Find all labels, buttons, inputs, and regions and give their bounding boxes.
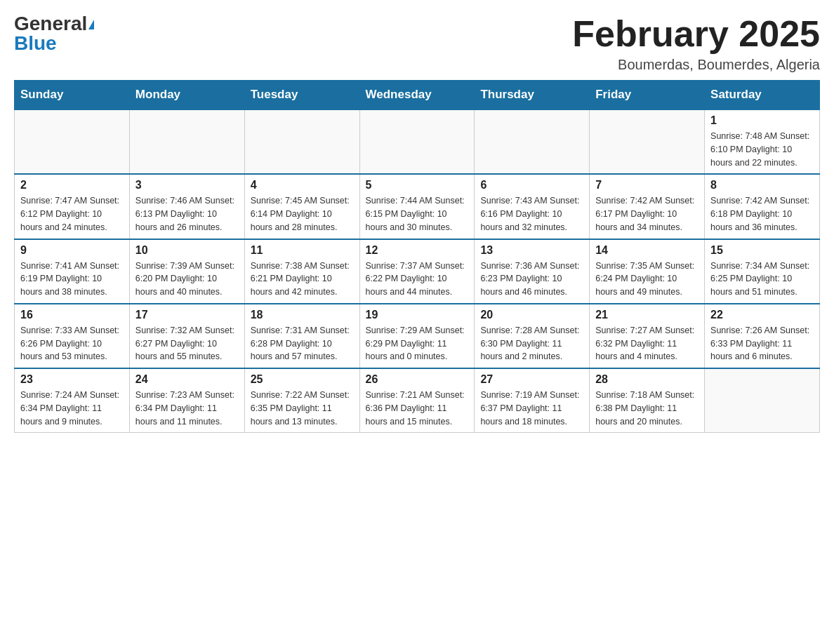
day-number: 4	[251, 179, 354, 192]
calendar-day-cell: 28Sunrise: 7:18 AM Sunset: 6:38 PM Dayli…	[590, 368, 705, 433]
calendar-table: SundayMondayTuesdayWednesdayThursdayFrid…	[14, 80, 820, 433]
day-info: Sunrise: 7:44 AM Sunset: 6:15 PM Dayligh…	[366, 194, 469, 234]
calendar-day-cell	[15, 109, 130, 174]
calendar-day-cell: 9Sunrise: 7:41 AM Sunset: 6:19 PM Daylig…	[15, 239, 130, 304]
calendar-day-cell	[590, 109, 705, 174]
day-info: Sunrise: 7:21 AM Sunset: 6:36 PM Dayligh…	[366, 389, 469, 428]
day-info: Sunrise: 7:22 AM Sunset: 6:35 PM Dayligh…	[251, 389, 354, 428]
day-number: 20	[480, 309, 583, 321]
calendar-week-row: 2Sunrise: 7:47 AM Sunset: 6:12 PM Daylig…	[15, 174, 820, 239]
calendar-day-header: Saturday	[705, 81, 820, 110]
day-number: 26	[366, 373, 469, 386]
day-info: Sunrise: 7:36 AM Sunset: 6:23 PM Dayligh…	[480, 260, 583, 299]
day-number: 22	[710, 309, 814, 321]
day-number: 23	[20, 373, 124, 386]
calendar-day-cell: 19Sunrise: 7:29 AM Sunset: 6:29 PM Dayli…	[359, 304, 475, 368]
calendar-day-cell: 14Sunrise: 7:35 AM Sunset: 6:24 PM Dayli…	[590, 239, 705, 304]
day-info: Sunrise: 7:33 AM Sunset: 6:26 PM Dayligh…	[20, 324, 124, 363]
day-number: 25	[251, 373, 354, 386]
calendar-day-cell	[705, 368, 820, 433]
day-number: 2	[20, 179, 124, 192]
day-info: Sunrise: 7:32 AM Sunset: 6:27 PM Dayligh…	[135, 324, 239, 363]
calendar-day-cell: 13Sunrise: 7:36 AM Sunset: 6:23 PM Dayli…	[475, 239, 590, 304]
calendar-day-cell	[244, 109, 359, 174]
calendar-day-cell: 11Sunrise: 7:38 AM Sunset: 6:21 PM Dayli…	[244, 239, 359, 304]
calendar-day-cell: 12Sunrise: 7:37 AM Sunset: 6:22 PM Dayli…	[359, 239, 475, 304]
calendar-day-header: Sunday	[15, 81, 130, 110]
day-number: 14	[595, 244, 699, 257]
day-info: Sunrise: 7:45 AM Sunset: 6:14 PM Dayligh…	[251, 194, 354, 234]
day-info: Sunrise: 7:47 AM Sunset: 6:12 PM Dayligh…	[20, 194, 124, 234]
day-info: Sunrise: 7:42 AM Sunset: 6:17 PM Dayligh…	[595, 194, 699, 234]
calendar-day-header: Tuesday	[244, 81, 359, 110]
calendar-day-cell: 22Sunrise: 7:26 AM Sunset: 6:33 PM Dayli…	[705, 304, 820, 368]
day-info: Sunrise: 7:24 AM Sunset: 6:34 PM Dayligh…	[20, 389, 124, 428]
day-number: 3	[135, 179, 239, 192]
calendar-day-cell: 6Sunrise: 7:43 AM Sunset: 6:16 PM Daylig…	[475, 174, 590, 239]
day-info: Sunrise: 7:38 AM Sunset: 6:21 PM Dayligh…	[251, 260, 354, 299]
calendar-day-cell: 7Sunrise: 7:42 AM Sunset: 6:17 PM Daylig…	[590, 174, 705, 239]
calendar-week-row: 23Sunrise: 7:24 AM Sunset: 6:34 PM Dayli…	[15, 368, 820, 433]
day-info: Sunrise: 7:35 AM Sunset: 6:24 PM Dayligh…	[595, 260, 699, 299]
calendar-day-cell: 27Sunrise: 7:19 AM Sunset: 6:37 PM Dayli…	[475, 368, 590, 433]
day-info: Sunrise: 7:34 AM Sunset: 6:25 PM Dayligh…	[710, 260, 814, 299]
day-info: Sunrise: 7:29 AM Sunset: 6:29 PM Dayligh…	[366, 324, 469, 363]
day-info: Sunrise: 7:19 AM Sunset: 6:37 PM Dayligh…	[480, 389, 583, 428]
day-number: 8	[710, 179, 814, 192]
day-info: Sunrise: 7:48 AM Sunset: 6:10 PM Dayligh…	[710, 130, 814, 169]
day-number: 18	[251, 309, 354, 321]
day-info: Sunrise: 7:37 AM Sunset: 6:22 PM Dayligh…	[366, 260, 469, 299]
day-info: Sunrise: 7:43 AM Sunset: 6:16 PM Dayligh…	[480, 194, 583, 234]
calendar-day-cell: 2Sunrise: 7:47 AM Sunset: 6:12 PM Daylig…	[15, 174, 130, 239]
day-number: 5	[366, 179, 469, 192]
day-number: 17	[135, 309, 239, 321]
calendar-day-cell	[129, 109, 244, 174]
calendar-day-cell	[359, 109, 475, 174]
calendar-day-cell: 15Sunrise: 7:34 AM Sunset: 6:25 PM Dayli…	[705, 239, 820, 304]
calendar-day-header: Wednesday	[359, 81, 475, 110]
logo-triangle-icon	[88, 20, 94, 29]
calendar-day-header: Monday	[129, 81, 244, 110]
calendar-day-cell: 5Sunrise: 7:44 AM Sunset: 6:15 PM Daylig…	[359, 174, 475, 239]
day-info: Sunrise: 7:46 AM Sunset: 6:13 PM Dayligh…	[135, 194, 239, 234]
calendar-day-cell: 25Sunrise: 7:22 AM Sunset: 6:35 PM Dayli…	[244, 368, 359, 433]
day-info: Sunrise: 7:27 AM Sunset: 6:32 PM Dayligh…	[595, 324, 699, 363]
calendar-day-cell: 24Sunrise: 7:23 AM Sunset: 6:34 PM Dayli…	[129, 368, 244, 433]
logo: General Blue	[14, 14, 94, 53]
day-number: 9	[20, 244, 124, 257]
calendar-day-cell: 26Sunrise: 7:21 AM Sunset: 6:36 PM Dayli…	[359, 368, 475, 433]
day-number: 24	[135, 373, 239, 386]
calendar-day-cell: 17Sunrise: 7:32 AM Sunset: 6:27 PM Dayli…	[129, 304, 244, 368]
day-number: 15	[710, 244, 814, 257]
day-number: 10	[135, 244, 239, 257]
day-number: 6	[480, 179, 583, 192]
calendar-week-row: 1Sunrise: 7:48 AM Sunset: 6:10 PM Daylig…	[15, 109, 820, 174]
calendar-day-cell: 23Sunrise: 7:24 AM Sunset: 6:34 PM Dayli…	[15, 368, 130, 433]
page-header: General Blue February 2025 Boumerdas, Bo…	[14, 14, 820, 73]
calendar-day-cell: 3Sunrise: 7:46 AM Sunset: 6:13 PM Daylig…	[129, 174, 244, 239]
day-info: Sunrise: 7:23 AM Sunset: 6:34 PM Dayligh…	[135, 389, 239, 428]
day-number: 21	[595, 309, 699, 321]
calendar-day-header: Friday	[590, 81, 705, 110]
day-number: 28	[595, 373, 699, 386]
day-number: 7	[595, 179, 699, 192]
calendar-day-cell: 21Sunrise: 7:27 AM Sunset: 6:32 PM Dayli…	[590, 304, 705, 368]
calendar-day-header: Thursday	[475, 81, 590, 110]
calendar-day-cell: 16Sunrise: 7:33 AM Sunset: 6:26 PM Dayli…	[15, 304, 130, 368]
calendar-week-row: 9Sunrise: 7:41 AM Sunset: 6:19 PM Daylig…	[15, 239, 820, 304]
title-block: February 2025 Boumerdas, Boumerdes, Alge…	[572, 14, 820, 73]
calendar-day-cell	[475, 109, 590, 174]
day-number: 11	[251, 244, 354, 257]
calendar-day-cell: 8Sunrise: 7:42 AM Sunset: 6:18 PM Daylig…	[705, 174, 820, 239]
day-info: Sunrise: 7:26 AM Sunset: 6:33 PM Dayligh…	[710, 324, 814, 363]
calendar-day-cell: 4Sunrise: 7:45 AM Sunset: 6:14 PM Daylig…	[244, 174, 359, 239]
calendar-header-row: SundayMondayTuesdayWednesdayThursdayFrid…	[15, 81, 820, 110]
calendar-title: February 2025	[572, 14, 820, 54]
day-number: 1	[710, 114, 814, 127]
calendar-week-row: 16Sunrise: 7:33 AM Sunset: 6:26 PM Dayli…	[15, 304, 820, 368]
day-info: Sunrise: 7:18 AM Sunset: 6:38 PM Dayligh…	[595, 389, 699, 428]
day-number: 12	[366, 244, 469, 257]
day-info: Sunrise: 7:28 AM Sunset: 6:30 PM Dayligh…	[480, 324, 583, 363]
calendar-subtitle: Boumerdas, Boumerdes, Algeria	[572, 57, 820, 73]
logo-general-line: General	[14, 14, 94, 34]
